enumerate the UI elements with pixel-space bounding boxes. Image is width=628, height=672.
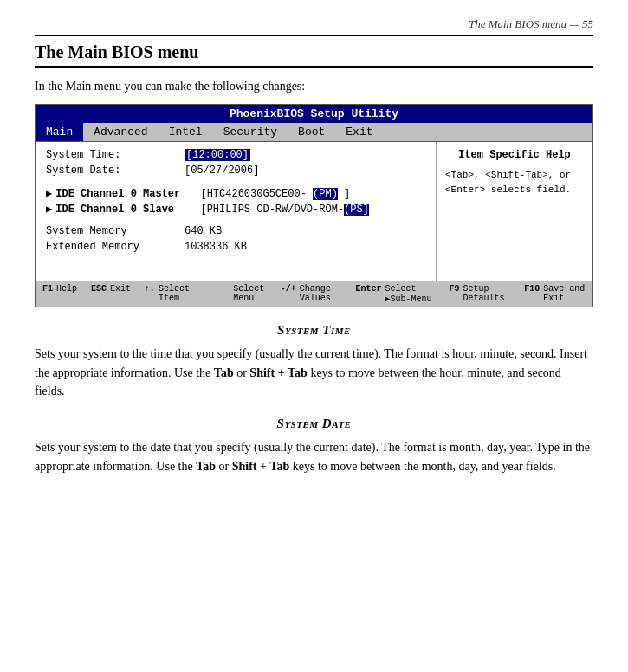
bios-help-area: Item Specific Help <Tab>, <Shift-Tab>, o… — [437, 142, 592, 281]
bios-footer-arrows: ↑↓Select Item — [145, 284, 195, 304]
bios-menu-security[interactable]: Security — [213, 123, 288, 141]
ide-arrow-0: ▶ — [46, 187, 52, 200]
section-system-time-title: System Time — [35, 323, 593, 338]
bios-menu-bar: Main Advanced Intel Security Boot Exit — [36, 123, 592, 142]
bios-body: System Time: [12:00:00] System Date: [05… — [36, 142, 592, 281]
section-system-date-title: System Date — [35, 417, 593, 431]
system-time-value[interactable]: [12:00:00] — [185, 149, 250, 161]
system-memory-value: 640 KB — [185, 225, 222, 237]
bios-footer: F1Help ESCExit ↑↓Select Item Select Menu… — [36, 281, 592, 307]
ide-channel0-master-value: [HTC426030G5CE00- (PM) ] — [194, 188, 350, 200]
bios-menu-advanced[interactable]: Advanced — [83, 123, 158, 141]
extended-memory-value: 1038336 KB — [185, 241, 247, 253]
ide-channel0-slave-value: [PHILIPS CD-RW/DVD-ROM-(PS] — [194, 204, 369, 216]
bios-help-title: Item Specific Help — [445, 149, 584, 161]
ide-arrow-1: ▶ — [46, 203, 52, 216]
bios-menu-exit[interactable]: Exit — [335, 123, 383, 141]
system-memory-label: System Memory — [46, 225, 185, 237]
bios-main-area: System Time: [12:00:00] System Date: [05… — [36, 142, 437, 281]
system-date-value[interactable]: [05/27/2006] — [185, 165, 259, 177]
page-header: The Main BIOS menu — 55 — [35, 17, 593, 36]
section-system-time-para: Sets your system to the time that you sp… — [35, 345, 593, 401]
ide-channel0-master-label: IDE Channel 0 Master — [55, 188, 194, 200]
bios-menu-boot[interactable]: Boot — [288, 123, 335, 141]
system-time-label: System Time: — [46, 149, 185, 161]
bios-footer-esc: ESCExit — [91, 284, 131, 304]
bios-footer-f10: F10Save and Exit — [524, 284, 586, 304]
intro-paragraph: In the Main menu you can make the follow… — [35, 80, 593, 94]
bios-title-bar: PhoenixBIOS Setup Utility — [36, 105, 592, 123]
bios-menu-main[interactable]: Main — [36, 123, 83, 141]
ide-channel0-slave-label: IDE Channel 0 Slave — [55, 204, 194, 216]
bios-screenshot: PhoenixBIOS Setup Utility Main Advanced … — [35, 104, 593, 307]
system-date-label: System Date: — [46, 165, 185, 177]
bios-footer-enter: EnterSelect ▶Sub-Menu — [355, 284, 435, 304]
page-title: The Main BIOS menu — [35, 42, 593, 68]
bios-footer-f1: F1Help — [42, 284, 77, 304]
bios-menu-intel[interactable]: Intel — [159, 123, 213, 141]
extended-memory-label: Extended Memory — [46, 241, 185, 253]
section-system-date-para: Sets your system to the date that you sp… — [35, 438, 593, 475]
bios-help-text: <Tab>, <Shift-Tab>, or <Enter> selects f… — [445, 168, 584, 197]
bios-footer-f9: F9Setup Defaults — [449, 284, 510, 304]
bios-footer-change: -/+Change Values — [281, 284, 342, 304]
bios-footer-select-menu: Select Menu — [209, 284, 267, 304]
